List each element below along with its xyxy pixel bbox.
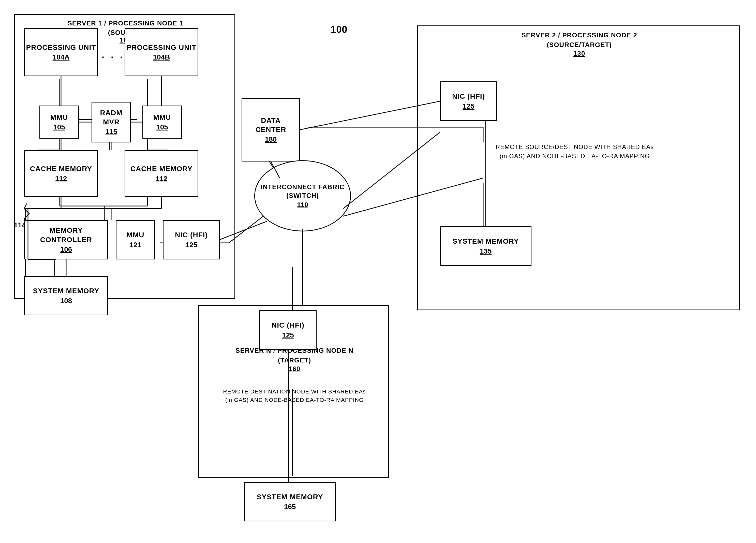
server2-subtitle: (SOURCE/TARGET)	[418, 41, 741, 49]
serverN-subtitle: (TARGET)	[199, 356, 390, 364]
mmu-121: MMU 121	[116, 220, 155, 259]
nic-hfi-125a: NIC (HFI) 125	[163, 220, 220, 259]
proc-unit-104b: PROCESSING UNIT 104B	[125, 28, 198, 76]
diagram: 100 SERVER 1 / PROCESSING NODE 1 (SOURCE…	[0, 0, 756, 543]
interconnect-fabric: INTERCONNECT FABRIC (SWITCH) 110	[254, 160, 351, 231]
ref100-label: 100	[331, 24, 347, 35]
server1-title: SERVER 1 / PROCESSING NODE 1	[15, 19, 236, 27]
server2-container: SERVER 2 / PROCESSING NODE 2 (SOURCE/TAR…	[417, 25, 740, 310]
serverN-desc: REMOTE DESTINATION NODE WITH SHARED EAs(…	[199, 387, 390, 404]
mmu-105a: MMU 105	[39, 106, 79, 139]
cache-memory-112b: CACHE MEMORY 112	[125, 150, 198, 197]
remote-desc-2: REMOTE SOURCE/DEST NODE WITH SHARED EAs(…	[420, 142, 730, 161]
nic-hfi-125c: NIC (HFI) 125	[259, 310, 317, 350]
server2-ref: 130	[418, 50, 741, 57]
memory-controller: MEMORY CONTROLLER 106	[24, 220, 108, 259]
server2-title: SERVER 2 / PROCESSING NODE 2	[418, 31, 741, 39]
data-center: DATA CENTER 180	[242, 98, 300, 162]
proc-unit-104a: PROCESSING UNIT 104A	[24, 28, 98, 76]
nic-hfi-125b: NIC (HFI) 125	[440, 81, 497, 121]
cache-memory-112a: CACHE MEMORY 112	[24, 150, 98, 197]
system-memory-108: SYSTEM MEMORY 108	[24, 276, 108, 315]
mmu-105b: MMU 105	[142, 106, 182, 139]
serverN-ref: 160	[199, 365, 390, 373]
system-memory-165: SYSTEM MEMORY 165	[244, 482, 336, 521]
radm-mvr: RADM MVR 115	[92, 102, 131, 142]
dots-separator: . . .	[102, 50, 125, 60]
system-memory-135: SYSTEM MEMORY 135	[440, 226, 531, 266]
